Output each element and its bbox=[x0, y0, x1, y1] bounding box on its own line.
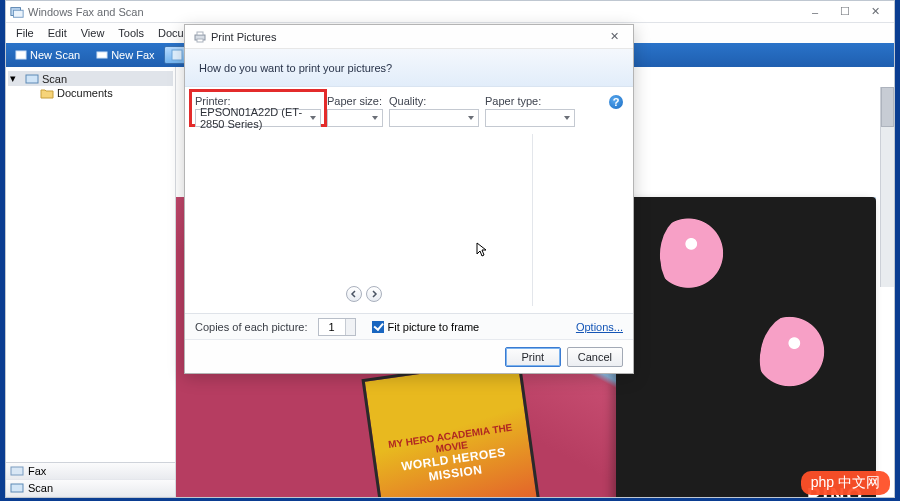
tree-documents-label: Documents bbox=[57, 87, 113, 99]
cancel-button[interactable]: Cancel bbox=[567, 347, 623, 367]
quality-combo[interactable] bbox=[389, 109, 479, 127]
folder-tree: ▾ Scan Documents bbox=[6, 67, 175, 462]
svg-rect-5 bbox=[26, 75, 38, 83]
tab-scan[interactable]: Scan bbox=[6, 480, 175, 497]
new-fax-button[interactable]: New Fax bbox=[89, 46, 161, 64]
tree-root-label: Scan bbox=[42, 73, 67, 85]
dialog-close-button[interactable]: ✕ bbox=[603, 28, 625, 46]
close-icon: ✕ bbox=[610, 30, 619, 43]
printer-group: Printer: EPSON01A22D (ET-2850 Series) bbox=[195, 95, 321, 127]
layout-sidebar[interactable] bbox=[532, 134, 622, 306]
tab-fax-label: Fax bbox=[28, 465, 46, 477]
paper-type-label: Paper type: bbox=[485, 95, 575, 107]
titlebar: Windows Fax and Scan – ☐ ✕ bbox=[6, 1, 894, 23]
dialog-titlebar: Print Pictures ✕ bbox=[185, 25, 633, 49]
minimize-button[interactable]: – bbox=[800, 2, 830, 22]
copies-spinner[interactable] bbox=[318, 318, 356, 336]
menu-view[interactable]: View bbox=[75, 25, 111, 41]
new-scan-button[interactable]: New Scan bbox=[8, 46, 87, 64]
fit-to-frame-label: Fit picture to frame bbox=[388, 321, 480, 333]
dialog-title: Print Pictures bbox=[211, 31, 603, 43]
nav-buttons bbox=[346, 286, 382, 302]
dialog-footer-buttons: Print Cancel bbox=[185, 339, 633, 373]
fit-to-frame-checkbox[interactable]: Fit picture to frame bbox=[372, 321, 480, 333]
printer-value: EPSON01A22D (ET-2850 Series) bbox=[200, 106, 306, 130]
spinner-down-button[interactable] bbox=[345, 327, 355, 335]
menu-tools[interactable]: Tools bbox=[112, 25, 150, 41]
new-fax-label: New Fax bbox=[111, 49, 154, 61]
dialog-header: How do you want to print your pictures? bbox=[185, 49, 633, 87]
svg-rect-6 bbox=[11, 467, 23, 475]
svg-rect-4 bbox=[172, 50, 182, 60]
scan-icon bbox=[15, 49, 27, 61]
app-icon bbox=[10, 5, 24, 19]
paper-size-combo[interactable] bbox=[327, 109, 383, 127]
menu-edit[interactable]: Edit bbox=[42, 25, 73, 41]
prev-button[interactable] bbox=[346, 286, 362, 302]
cursor-icon bbox=[476, 242, 488, 258]
checkbox-icon bbox=[372, 321, 384, 333]
watermark: php 中文网 bbox=[801, 471, 890, 495]
photo-poster: MY HERO ACADEMIA THE MOVIE WORLD HEROES … bbox=[361, 357, 550, 497]
close-button[interactable]: ✕ bbox=[860, 2, 890, 22]
photo-bird-1 bbox=[656, 209, 736, 305]
bottom-tabs: Fax Scan bbox=[6, 462, 175, 497]
scanner-icon bbox=[25, 73, 39, 85]
tree-root-scan[interactable]: ▾ Scan bbox=[8, 71, 173, 86]
help-icon[interactable]: ? bbox=[609, 95, 623, 109]
printer-icon bbox=[193, 30, 207, 44]
options-row: Printer: EPSON01A22D (ET-2850 Series) Pa… bbox=[195, 95, 623, 127]
paper-type-group: Paper type: bbox=[485, 95, 575, 127]
menu-file[interactable]: File bbox=[10, 25, 40, 41]
dialog-footer-options: Copies of each picture: Fit picture to f… bbox=[185, 313, 633, 339]
svg-rect-10 bbox=[197, 39, 203, 42]
paper-size-group: Paper size: bbox=[327, 95, 383, 127]
dialog-body: Printer: EPSON01A22D (ET-2850 Series) Pa… bbox=[185, 87, 633, 313]
quality-group: Quality: bbox=[389, 95, 479, 127]
next-button[interactable] bbox=[366, 286, 382, 302]
preview-area bbox=[195, 133, 623, 307]
spinner-up-button[interactable] bbox=[345, 319, 355, 327]
fax-icon bbox=[96, 49, 108, 61]
preview-icon bbox=[171, 49, 183, 61]
printer-combo[interactable]: EPSON01A22D (ET-2850 Series) bbox=[195, 109, 321, 127]
scrollbar-thumb[interactable] bbox=[881, 87, 894, 127]
preview-main bbox=[196, 134, 532, 306]
scan-tab-icon bbox=[10, 482, 24, 494]
folder-icon bbox=[40, 87, 54, 99]
copies-label: Copies of each picture: bbox=[195, 321, 308, 333]
quality-label: Quality: bbox=[389, 95, 479, 107]
tab-scan-label: Scan bbox=[28, 482, 53, 494]
vertical-scrollbar[interactable] bbox=[880, 87, 894, 287]
app-title: Windows Fax and Scan bbox=[28, 6, 800, 18]
maximize-button[interactable]: ☐ bbox=[830, 2, 860, 22]
sidebar: ▾ Scan Documents Fax Scan bbox=[6, 67, 176, 497]
paper-size-label: Paper size: bbox=[327, 95, 383, 107]
options-link[interactable]: Options... bbox=[576, 321, 623, 333]
tree-documents[interactable]: Documents bbox=[8, 86, 173, 100]
fax-tab-icon bbox=[10, 465, 24, 477]
dialog-header-text: How do you want to print your pictures? bbox=[199, 62, 392, 74]
svg-rect-1 bbox=[14, 10, 24, 17]
photo-bird-2 bbox=[754, 307, 838, 406]
svg-rect-9 bbox=[197, 32, 203, 35]
svg-rect-7 bbox=[11, 484, 23, 492]
print-button[interactable]: Print bbox=[505, 347, 561, 367]
print-pictures-dialog: Print Pictures ✕ How do you want to prin… bbox=[184, 24, 634, 374]
svg-rect-2 bbox=[16, 51, 26, 59]
photo-dvdcase bbox=[616, 197, 876, 497]
new-scan-label: New Scan bbox=[30, 49, 80, 61]
copies-input[interactable] bbox=[319, 319, 345, 335]
tab-fax[interactable]: Fax bbox=[6, 463, 175, 480]
paper-type-combo[interactable] bbox=[485, 109, 575, 127]
svg-rect-3 bbox=[97, 52, 107, 58]
